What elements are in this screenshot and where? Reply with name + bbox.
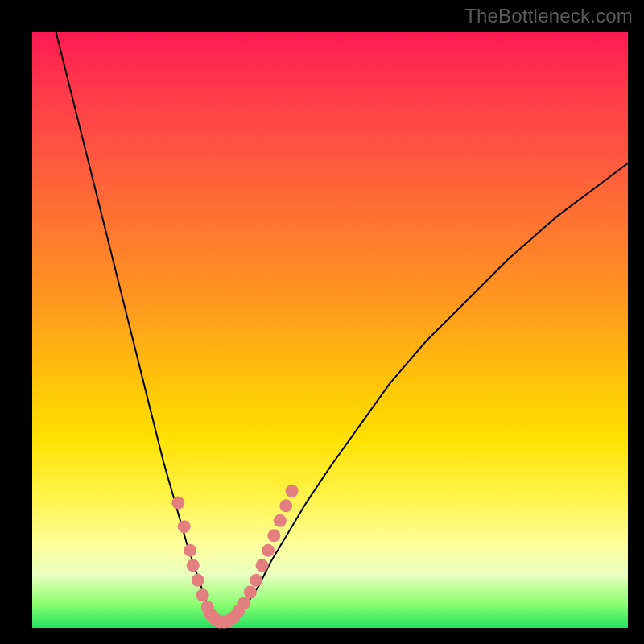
marker-dot	[187, 559, 200, 572]
marker-dot	[250, 574, 262, 587]
marker-dot	[184, 544, 196, 557]
marker-dot	[279, 499, 292, 512]
chart-frame: TheBottleneck.com	[0, 0, 644, 644]
marker-cluster	[171, 485, 298, 629]
marker-dot	[178, 520, 191, 533]
watermark-text: TheBottleneck.com	[464, 5, 633, 27]
marker-dot	[171, 497, 184, 510]
marker-dot	[262, 544, 275, 557]
bottleneck-curve	[56, 32, 628, 622]
marker-dot	[192, 574, 204, 587]
marker-dot	[274, 514, 287, 527]
marker-dot	[286, 485, 299, 497]
marker-dot	[196, 588, 209, 601]
marker-dot	[244, 586, 257, 599]
marker-dot	[256, 559, 269, 572]
chart-overlay	[32, 32, 628, 628]
marker-dot	[267, 529, 280, 542]
